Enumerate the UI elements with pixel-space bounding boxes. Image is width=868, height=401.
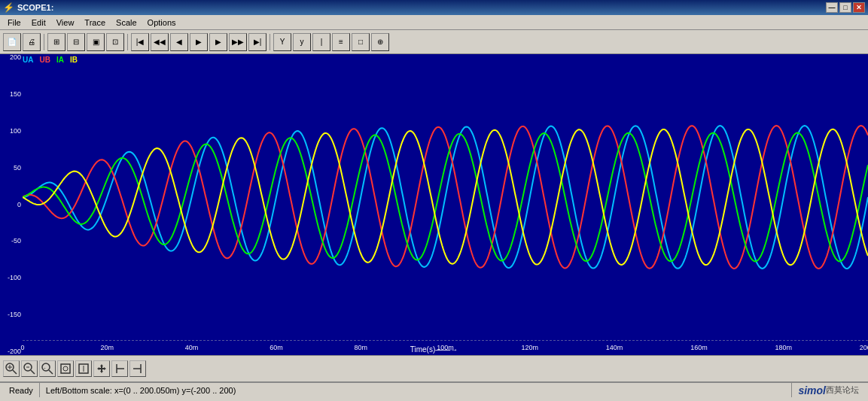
legend-ib: IB xyxy=(70,56,78,64)
toolbar-xlin[interactable]: ≡ xyxy=(332,33,350,51)
x-label-60m: 60m xyxy=(270,344,283,351)
x-label-0: 0 xyxy=(20,344,24,351)
toolbar-rewind[interactable]: |◀ xyxy=(131,33,149,51)
menu-scale[interactable]: Scale xyxy=(111,17,142,29)
menu-options[interactable]: Options xyxy=(143,17,181,29)
menu-view[interactable]: View xyxy=(52,17,79,29)
tool-zoom-in[interactable] xyxy=(21,360,38,377)
status-ready: Ready xyxy=(3,383,40,397)
y-label-200: 200 xyxy=(0,54,23,61)
y-label-100: 100 xyxy=(0,128,23,135)
toolbar-play[interactable]: ▶ xyxy=(190,33,208,51)
bottom-toolbar: - xyxy=(0,355,868,382)
toolbar-sep2 xyxy=(127,34,128,50)
svg-text:-: - xyxy=(44,364,46,371)
toolbar-prev[interactable]: ◀ xyxy=(170,33,188,51)
time-axis-label: Time(s)——→ xyxy=(410,345,458,354)
legend-ia: IA xyxy=(56,56,64,64)
toolbar-markers[interactable]: ⊟ xyxy=(67,33,85,51)
minimize-button[interactable]: — xyxy=(826,2,838,13)
svg-line-6 xyxy=(31,370,35,374)
status-scale: Left/Bottom scale: x=(0 .. 200.050m) y=(… xyxy=(40,383,793,397)
x-label-80m: 80m xyxy=(354,344,367,351)
titlebar-left: ⚡ SCOPE1: xyxy=(3,2,53,13)
tool-zoom-y[interactable] xyxy=(75,360,92,377)
toolbar-prev-fast[interactable]: ◀◀ xyxy=(151,33,169,51)
toolbar-fit[interactable]: ⊡ xyxy=(106,33,124,51)
y-label-neg100: -100 xyxy=(0,275,23,281)
toolbar-ylin[interactable]: y xyxy=(293,33,311,51)
plot-legend: UA UB IA IB xyxy=(23,56,78,64)
legend-ub: UB xyxy=(39,56,50,64)
toolbar-mode2[interactable]: ⊕ xyxy=(371,33,389,51)
x-label-120m: 120m xyxy=(522,344,539,351)
y-label-neg50: -50 xyxy=(0,238,23,245)
x-label-180m: 180m xyxy=(775,344,792,351)
menu-trace[interactable]: Trace xyxy=(80,17,110,29)
toolbar-next-fast[interactable]: ▶▶ xyxy=(229,33,247,51)
toolbar-end[interactable]: ▶| xyxy=(248,33,266,51)
x-label-20m: 20m xyxy=(101,344,114,351)
x-label-140m: 140m xyxy=(606,344,623,351)
close-button[interactable]: ✕ xyxy=(853,2,865,13)
toolbar-print[interactable]: 🖨 xyxy=(23,33,41,51)
simol-logo: simol西莫论坛 xyxy=(792,383,865,397)
y-label-150: 150 xyxy=(0,91,23,98)
tool-cursor1[interactable] xyxy=(111,360,128,377)
svg-rect-11 xyxy=(61,364,70,373)
svg-point-12 xyxy=(63,366,68,371)
toolbar-ylog[interactable]: Y xyxy=(273,33,291,51)
toolbar-mode1[interactable]: □ xyxy=(352,33,370,51)
titlebar: ⚡ SCOPE1: — □ ✕ xyxy=(0,0,868,15)
x-label-200m: 200m xyxy=(860,344,868,351)
tool-zoom-fit[interactable] xyxy=(57,360,74,377)
toolbar-sep1 xyxy=(44,34,44,50)
statusbar: Ready Left/Bottom scale: x=(0 .. 200.050… xyxy=(0,382,868,397)
legend-ua: UA xyxy=(23,56,33,64)
y-label-neg150: -150 xyxy=(0,311,23,318)
tool-zoom-out[interactable]: - xyxy=(39,360,56,377)
window-title: SCOPE1: xyxy=(17,3,53,12)
plot-area: UA UB IA IB 200 150 100 50 0 -50 -100 -1… xyxy=(0,54,868,355)
y-label-0: 0 xyxy=(0,202,23,208)
menu-edit[interactable]: Edit xyxy=(27,17,50,29)
tool-pan[interactable] xyxy=(93,360,110,377)
x-label-40m: 40m xyxy=(185,344,199,351)
toolbar-xlog[interactable]: | xyxy=(312,33,330,51)
toolbar-new[interactable]: 📄 xyxy=(3,33,21,51)
menubar: File Edit View Trace Scale Options xyxy=(0,15,868,30)
toolbar-sep3 xyxy=(270,34,270,50)
tool-cursor2[interactable] xyxy=(129,360,146,377)
toolbar-zoom-box[interactable]: ▣ xyxy=(87,33,105,51)
toolbar: 📄 🖨 ⊞ ⊟ ▣ ⊡ |◀ ◀◀ ◀ ▶ ▶ ▶▶ ▶| Y y | ≡ □ … xyxy=(0,30,868,54)
y-axis: 200 150 100 50 0 -50 -100 -150 -200 xyxy=(0,54,23,355)
tool-zoom-area[interactable] xyxy=(3,360,20,377)
menu-file[interactable]: File xyxy=(3,17,26,29)
svg-line-2 xyxy=(13,370,17,374)
y-label-neg200: -200 xyxy=(0,348,23,355)
y-label-50: 50 xyxy=(0,165,23,172)
signals-svg xyxy=(23,54,868,340)
x-label-160m: 160m xyxy=(690,344,708,351)
svg-line-9 xyxy=(49,370,53,374)
titlebar-controls: — □ ✕ xyxy=(826,2,865,13)
toolbar-grid[interactable]: ⊞ xyxy=(47,33,65,51)
app-icon: ⚡ xyxy=(3,2,14,13)
maximize-button[interactable]: □ xyxy=(839,2,851,13)
toolbar-next[interactable]: ▶ xyxy=(209,33,227,51)
